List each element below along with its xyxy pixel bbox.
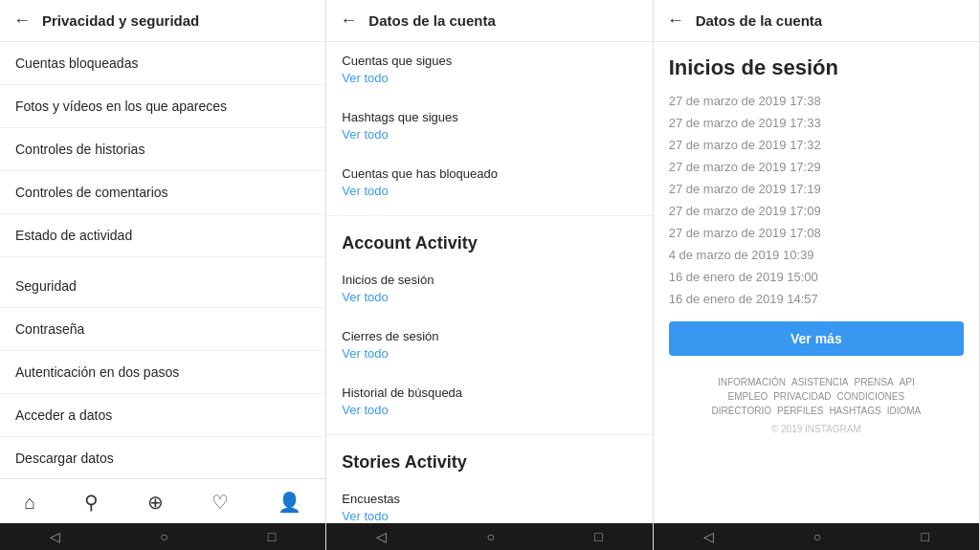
link-cuentas-bloqueado[interactable]: Ver todo (342, 184, 636, 198)
footer-directorio[interactable]: DIRECTORIO (711, 406, 771, 416)
login-date-2: 27 de marzo de 2019 17:32 (654, 134, 979, 156)
panel-privacy-security: ← Privacidad y seguridad Cuentas bloquea… (0, 0, 326, 550)
footer-idioma[interactable]: IDIOMA (887, 406, 922, 416)
label-cierres: Cierres de sesión (342, 329, 636, 343)
label-cuentas-bloqueado: Cuentas que has bloqueado (342, 166, 636, 181)
account-activity-heading: Account Activity (326, 220, 652, 261)
panel3-header: ← Datos de la cuenta (654, 0, 979, 42)
footer-prensa[interactable]: PRENSA (854, 377, 893, 387)
section-busqueda: Historial de búsqueda Ver todo (326, 374, 652, 430)
android-back-icon3[interactable]: ◁ (703, 529, 714, 544)
label-cuentas-sigues: Cuentas que sigues (342, 54, 636, 68)
panel2-header: ← Datos de la cuenta (326, 0, 652, 42)
back-icon-panel3[interactable]: ← (667, 11, 684, 31)
footer-hashtags[interactable]: HASHTAGS (829, 406, 880, 416)
menu-item-security[interactable]: Seguridad (0, 265, 325, 308)
section-hashtags-sigues: Hashtags que sigues Ver todo (326, 99, 652, 155)
android-bar-panel2: ◁ ○ □ (326, 523, 652, 550)
menu-item-photos[interactable]: Fotos y vídeos en los que apareces (0, 85, 325, 128)
menu-item-download[interactable]: Descargar datos (0, 437, 325, 478)
login-date-5: 27 de marzo de 2019 17:09 (654, 200, 979, 222)
link-cierres[interactable]: Ver todo (342, 346, 636, 361)
link-inicios[interactable]: Ver todo (342, 290, 636, 304)
menu-item-stories-controls[interactable]: Controles de historias (0, 128, 325, 171)
footer-empleo[interactable]: EMPLEO (728, 391, 768, 402)
menu-item-two-factor[interactable]: Autenticación en dos pasos (0, 351, 325, 394)
footer-row-2: EMPLEO PRIVACIDAD CONDICIONES (669, 391, 964, 402)
panel-login-sessions: ← Datos de la cuenta Inicios de sesión 2… (654, 0, 980, 550)
nav-search-icon[interactable]: ⚲ (75, 487, 108, 517)
login-date-6: 27 de marzo de 2019 17:08 (654, 222, 979, 244)
label-encuestas: Encuestas (342, 492, 636, 506)
android-bar-panel3: ◁ ○ □ (654, 523, 979, 550)
android-back-icon2[interactable]: ◁ (376, 529, 387, 544)
android-recent-icon3[interactable]: □ (921, 529, 928, 544)
menu-item-activity-status[interactable]: Estado de actividad (0, 214, 325, 257)
login-date-7: 4 de marzo de 2019 10:39 (654, 244, 979, 266)
nav-add-icon[interactable]: ⊕ (138, 487, 173, 517)
label-busqueda: Historial de búsqueda (342, 385, 636, 400)
link-busqueda[interactable]: Ver todo (342, 403, 636, 417)
android-home-icon2[interactable]: ○ (487, 529, 495, 544)
footer-copyright: © 2019 INSTAGRAM (669, 420, 964, 438)
menu-item-password[interactable]: Contraseña (0, 308, 325, 351)
login-date-8: 16 de enero de 2019 15:00 (654, 266, 979, 288)
login-date-0: 27 de marzo de 2019 17:38 (654, 90, 979, 112)
panel2-content: Cuentas que sigues Ver todo Hashtags que… (326, 42, 652, 523)
android-home-icon3[interactable]: ○ (813, 529, 821, 544)
section-inicios: Inicios de sesión Ver todo (326, 261, 652, 318)
login-date-1: 27 de marzo de 2019 17:33 (654, 112, 979, 134)
label-inicios: Inicios de sesión (342, 273, 636, 287)
link-hashtags-sigues[interactable]: Ver todo (342, 127, 636, 142)
footer-condiciones[interactable]: CONDICIONES (837, 391, 905, 402)
login-date-9: 16 de enero de 2019 14:57 (654, 288, 979, 310)
nav-heart-icon[interactable]: ♡ (202, 487, 238, 517)
android-recent-icon[interactable]: □ (268, 529, 276, 544)
label-hashtags-sigues: Hashtags que sigues (342, 110, 636, 124)
nav-profile-icon[interactable]: 👤 (268, 487, 311, 517)
section-cuentas-bloqueado: Cuentas que has bloqueado Ver todo (326, 155, 652, 211)
panel3-title: Datos de la cuenta (696, 12, 823, 29)
link-cuentas-sigues[interactable]: Ver todo (342, 71, 636, 85)
menu-item-comments[interactable]: Controles de comentarios (0, 171, 325, 214)
android-bar-panel1: ◁ ○ □ (0, 523, 325, 550)
back-icon-panel1[interactable]: ← (13, 11, 31, 31)
panel1-header: ← Privacidad y seguridad (0, 0, 325, 42)
section-encuestas: Encuestas Ver todo (326, 480, 652, 523)
panel-account-data: ← Datos de la cuenta Cuentas que sigues … (326, 0, 653, 550)
section-cuentas-sigues: Cuentas que sigues Ver todo (326, 42, 652, 99)
section-cierres: Cierres de sesión Ver todo (326, 318, 652, 374)
login-date-3: 27 de marzo de 2019 17:29 (654, 156, 979, 178)
footer-row-3: DIRECTORIO PERFILES HASHTAGS IDIOMA (669, 406, 964, 416)
stories-activity-heading: Stories Activity (326, 439, 652, 480)
footer-links: INFORMACIÓN ASISTENCIA PRENSA API EMPLEO… (654, 367, 979, 442)
back-icon-panel2[interactable]: ← (340, 11, 357, 31)
footer-privacidad[interactable]: PRIVACIDAD (773, 391, 831, 402)
android-back-icon[interactable]: ◁ (50, 529, 60, 544)
nav-home-icon[interactable]: ⌂ (14, 488, 45, 517)
footer-asistencia[interactable]: ASISTENCIA (791, 377, 848, 387)
login-date-4: 27 de marzo de 2019 17:19 (654, 178, 979, 200)
bottom-nav: ⌂ ⚲ ⊕ ♡ 👤 (0, 478, 325, 523)
menu-item-blocked[interactable]: Cuentas bloqueadas (0, 42, 325, 85)
panel1-content: Cuentas bloqueadas Fotos y vídeos en los… (0, 42, 325, 478)
ver-mas-button[interactable]: Ver más (669, 321, 964, 356)
menu-item-access-data[interactable]: Acceder a datos (0, 394, 325, 437)
panel3-content: Inicios de sesión 27 de marzo de 2019 17… (654, 42, 979, 523)
android-home-icon[interactable]: ○ (160, 529, 167, 544)
login-section-title: Inicios de sesión (654, 42, 979, 90)
footer-row-1: INFORMACIÓN ASISTENCIA PRENSA API (669, 377, 964, 387)
panel2-title: Datos de la cuenta (368, 12, 496, 29)
footer-info[interactable]: INFORMACIÓN (718, 377, 786, 387)
link-encuestas[interactable]: Ver todo (342, 509, 636, 523)
android-recent-icon2[interactable]: □ (594, 529, 602, 544)
footer-api[interactable]: API (900, 377, 915, 387)
footer-perfiles[interactable]: PERFILES (777, 406, 823, 416)
panel1-title: Privacidad y seguridad (42, 12, 199, 29)
